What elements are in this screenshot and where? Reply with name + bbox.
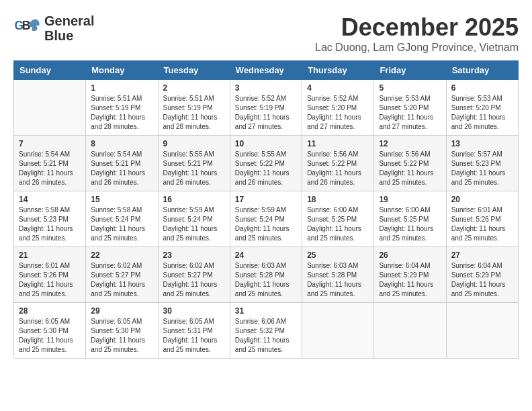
header-cell-wednesday: Wednesday [230, 61, 302, 80]
day-number: 28 [19, 306, 81, 316]
header-cell-tuesday: Tuesday [158, 61, 230, 80]
day-number: 17 [235, 195, 297, 204]
day-info: Sunrise: 5:53 AM Sunset: 5:20 PM Dayligh… [379, 94, 441, 132]
day-info: Sunrise: 6:03 AM Sunset: 5:28 PM Dayligh… [307, 261, 369, 299]
day-cell: 22Sunrise: 6:02 AM Sunset: 5:27 PM Dayli… [86, 247, 158, 303]
day-info: Sunrise: 5:51 AM Sunset: 5:19 PM Dayligh… [163, 94, 225, 132]
day-cell: 3Sunrise: 5:52 AM Sunset: 5:19 PM Daylig… [230, 80, 302, 136]
day-info: Sunrise: 5:57 AM Sunset: 5:23 PM Dayligh… [451, 150, 513, 187]
day-number: 7 [19, 139, 81, 148]
title-block: December 2025 Lac Duong, Lam GJong Provi… [315, 13, 519, 54]
day-cell: 15Sunrise: 5:58 AM Sunset: 5:24 PM Dayli… [86, 191, 158, 247]
week-row-5: 28Sunrise: 6:05 AM Sunset: 5:30 PM Dayli… [14, 303, 519, 359]
logo-icon: G B [13, 15, 40, 42]
day-cell: 14Sunrise: 5:58 AM Sunset: 5:23 PM Dayli… [14, 191, 86, 247]
day-info: Sunrise: 5:52 AM Sunset: 5:19 PM Dayligh… [235, 94, 297, 132]
day-info: Sunrise: 5:56 AM Sunset: 5:22 PM Dayligh… [379, 150, 441, 187]
header-cell-saturday: Saturday [446, 61, 518, 80]
day-number: 27 [451, 250, 513, 260]
day-cell: 20Sunrise: 6:01 AM Sunset: 5:26 PM Dayli… [446, 191, 518, 247]
day-number: 9 [163, 139, 225, 148]
day-cell: 10Sunrise: 5:55 AM Sunset: 5:22 PM Dayli… [230, 136, 302, 191]
day-info: Sunrise: 6:05 AM Sunset: 5:31 PM Dayligh… [163, 317, 225, 355]
day-info: Sunrise: 5:58 AM Sunset: 5:23 PM Dayligh… [19, 205, 81, 243]
calendar-table: SundayMondayTuesdayWednesdayThursdayFrid… [13, 60, 519, 359]
day-info: Sunrise: 6:02 AM Sunset: 5:27 PM Dayligh… [91, 261, 152, 299]
day-number: 2 [163, 83, 225, 93]
day-number: 26 [379, 250, 441, 260]
day-info: Sunrise: 6:03 AM Sunset: 5:28 PM Dayligh… [235, 261, 297, 299]
day-info: Sunrise: 5:51 AM Sunset: 5:19 PM Dayligh… [91, 94, 152, 132]
day-number: 4 [307, 83, 369, 93]
day-cell: 19Sunrise: 6:00 AM Sunset: 5:25 PM Dayli… [374, 191, 446, 247]
day-info: Sunrise: 6:04 AM Sunset: 5:29 PM Dayligh… [379, 261, 441, 299]
day-cell: 2Sunrise: 5:51 AM Sunset: 5:19 PM Daylig… [158, 80, 230, 136]
page-header: G B General Blue December 2025 Lac Duong… [13, 13, 519, 54]
calendar-body: 1Sunrise: 5:51 AM Sunset: 5:19 PM Daylig… [14, 80, 519, 359]
day-info: Sunrise: 5:56 AM Sunset: 5:22 PM Dayligh… [307, 150, 369, 187]
day-cell: 18Sunrise: 6:00 AM Sunset: 5:25 PM Dayli… [302, 191, 374, 247]
header-row: SundayMondayTuesdayWednesdayThursdayFrid… [14, 61, 519, 80]
day-number: 18 [307, 195, 369, 204]
day-info: Sunrise: 6:02 AM Sunset: 5:27 PM Dayligh… [163, 261, 225, 299]
header-cell-friday: Friday [374, 61, 446, 80]
day-cell [446, 303, 518, 359]
day-cell: 1Sunrise: 5:51 AM Sunset: 5:19 PM Daylig… [86, 80, 158, 136]
day-cell: 26Sunrise: 6:04 AM Sunset: 5:29 PM Dayli… [374, 247, 446, 303]
logo-line1: General [44, 13, 94, 28]
day-cell: 11Sunrise: 5:56 AM Sunset: 5:22 PM Dayli… [302, 136, 374, 191]
day-number: 14 [19, 195, 81, 204]
day-cell [14, 80, 86, 136]
day-cell: 27Sunrise: 6:04 AM Sunset: 5:29 PM Dayli… [446, 247, 518, 303]
day-cell: 21Sunrise: 6:01 AM Sunset: 5:26 PM Dayli… [14, 247, 86, 303]
day-number: 19 [379, 195, 441, 204]
subtitle: Lac Duong, Lam GJong Province, Vietnam [315, 42, 519, 54]
day-cell: 4Sunrise: 5:52 AM Sunset: 5:20 PM Daylig… [302, 80, 374, 136]
week-row-3: 14Sunrise: 5:58 AM Sunset: 5:23 PM Dayli… [14, 191, 519, 247]
week-row-1: 1Sunrise: 5:51 AM Sunset: 5:19 PM Daylig… [14, 80, 519, 136]
day-cell [302, 303, 374, 359]
day-info: Sunrise: 6:06 AM Sunset: 5:32 PM Dayligh… [235, 317, 297, 355]
day-number: 8 [91, 139, 152, 148]
day-number: 13 [451, 139, 513, 148]
day-number: 6 [451, 83, 513, 93]
day-number: 23 [163, 250, 225, 260]
day-info: Sunrise: 5:54 AM Sunset: 5:21 PM Dayligh… [19, 150, 81, 187]
day-number: 24 [235, 250, 297, 260]
day-info: Sunrise: 5:55 AM Sunset: 5:21 PM Dayligh… [163, 150, 225, 187]
day-cell: 7Sunrise: 5:54 AM Sunset: 5:21 PM Daylig… [14, 136, 86, 191]
week-row-2: 7Sunrise: 5:54 AM Sunset: 5:21 PM Daylig… [14, 136, 519, 191]
logo-text: General Blue [44, 13, 94, 43]
day-number: 15 [91, 195, 152, 204]
day-cell: 30Sunrise: 6:05 AM Sunset: 5:31 PM Dayli… [158, 303, 230, 359]
day-info: Sunrise: 6:05 AM Sunset: 5:30 PM Dayligh… [91, 317, 152, 355]
main-title: December 2025 [315, 13, 519, 42]
day-info: Sunrise: 5:55 AM Sunset: 5:22 PM Dayligh… [235, 150, 297, 187]
day-cell: 24Sunrise: 6:03 AM Sunset: 5:28 PM Dayli… [230, 247, 302, 303]
logo-line2: Blue [44, 28, 94, 43]
calendar-header: SundayMondayTuesdayWednesdayThursdayFrid… [14, 61, 519, 80]
day-cell: 23Sunrise: 6:02 AM Sunset: 5:27 PM Dayli… [158, 247, 230, 303]
week-row-4: 21Sunrise: 6:01 AM Sunset: 5:26 PM Dayli… [14, 247, 519, 303]
day-cell: 13Sunrise: 5:57 AM Sunset: 5:23 PM Dayli… [446, 136, 518, 191]
day-info: Sunrise: 6:00 AM Sunset: 5:25 PM Dayligh… [307, 205, 369, 243]
day-number: 11 [307, 139, 369, 148]
day-cell: 25Sunrise: 6:03 AM Sunset: 5:28 PM Dayli… [302, 247, 374, 303]
day-number: 16 [163, 195, 225, 204]
day-number: 1 [91, 83, 152, 93]
day-cell: 8Sunrise: 5:54 AM Sunset: 5:21 PM Daylig… [86, 136, 158, 191]
header-cell-thursday: Thursday [302, 61, 374, 80]
day-info: Sunrise: 6:05 AM Sunset: 5:30 PM Dayligh… [19, 317, 81, 355]
day-info: Sunrise: 6:04 AM Sunset: 5:29 PM Dayligh… [451, 261, 513, 299]
day-cell: 12Sunrise: 5:56 AM Sunset: 5:22 PM Dayli… [374, 136, 446, 191]
day-cell: 16Sunrise: 5:59 AM Sunset: 5:24 PM Dayli… [158, 191, 230, 247]
day-number: 12 [379, 139, 441, 148]
day-info: Sunrise: 5:59 AM Sunset: 5:24 PM Dayligh… [163, 205, 225, 243]
day-cell [374, 303, 446, 359]
day-number: 3 [235, 83, 297, 93]
svg-text:B: B [22, 19, 31, 32]
day-info: Sunrise: 6:01 AM Sunset: 5:26 PM Dayligh… [451, 205, 513, 243]
day-info: Sunrise: 5:52 AM Sunset: 5:20 PM Dayligh… [307, 94, 369, 132]
day-cell: 31Sunrise: 6:06 AM Sunset: 5:32 PM Dayli… [230, 303, 302, 359]
day-info: Sunrise: 5:58 AM Sunset: 5:24 PM Dayligh… [91, 205, 152, 243]
